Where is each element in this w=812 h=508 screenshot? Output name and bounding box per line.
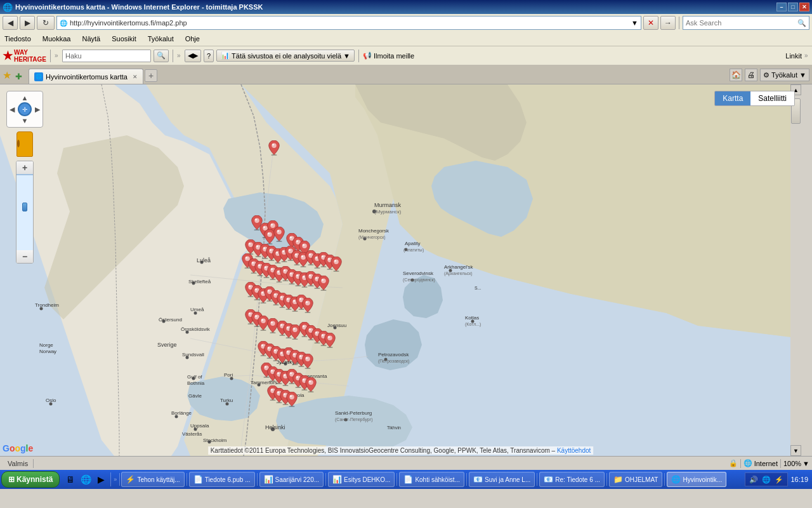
home-button[interactable]: 🏠 (730, 69, 742, 81)
site-analysis-icon: 📊 (221, 51, 230, 60)
zoom-in-button[interactable]: + (16, 161, 33, 174)
taskbar-item-6[interactable]: 📧Re: Tiedote 6 ... (539, 472, 605, 487)
address-dropdown-arrow[interactable]: ▼ (631, 19, 638, 27)
forward-button[interactable]: ▶ (20, 16, 35, 30)
search-input[interactable] (686, 19, 797, 27)
taskbar-item-3[interactable]: 📊Esitys DEHKO... (328, 472, 395, 487)
back-button[interactable]: ◀ (3, 16, 18, 30)
svg-text:Stockholm: Stockholm (203, 438, 227, 443)
toolbar-sep-3 (358, 50, 359, 62)
menu-nayta[interactable]: Näytä (80, 34, 102, 43)
site-analysis-dropdown[interactable]: ▼ (343, 52, 350, 60)
pan-control[interactable]: ▲ ▼ ◀ ▶ ✛ (6, 91, 43, 128)
terms-link[interactable]: Käyttöehdot (557, 447, 591, 454)
toolbar-expand-3[interactable]: » (804, 52, 809, 59)
haku-input[interactable] (62, 50, 151, 62)
pan-down[interactable]: ▼ (22, 117, 29, 124)
nav-arrows[interactable]: ◀▶ (185, 50, 201, 62)
taskbar-item-5[interactable]: 📧Suvi ja Anne L... (469, 472, 535, 487)
menu-tiedosto[interactable]: Tiedosto (3, 34, 33, 43)
menu-tyokalut[interactable]: Työkalut (146, 34, 176, 43)
taskbar-sep-3 (396, 473, 397, 486)
search-button[interactable]: 🔍 (797, 19, 806, 27)
help-button[interactable]: ? (204, 50, 214, 62)
refresh-button[interactable]: ↻ (37, 16, 55, 30)
separator (679, 17, 679, 29)
status-sep-1 (33, 459, 34, 468)
linkit-button[interactable]: Linkit (785, 52, 802, 60)
tab-row: ★ ✚ 🌐 Hyvinvointikertomus kartta ✕ + 🏠 🖨… (0, 65, 812, 84)
toolbar-sep-2 (173, 50, 173, 62)
taskbar-sep-1 (257, 473, 258, 486)
toolbar-expand-2[interactable]: » (177, 52, 182, 59)
zoom-control: + − (16, 161, 34, 264)
zone-icon: 🌐 (743, 459, 752, 467)
map-container[interactable]: Murmansk (Мурманск) Monchegorsk (Мончего… (0, 84, 801, 456)
taskbar: ⊞ Käynnistä 🖥 🌐 ▶ » ⚡Tehon käyttäj...📄Ti… (0, 470, 812, 489)
pegman-control[interactable] (16, 131, 33, 157)
svg-text:Monchegorsk: Monchegorsk (358, 228, 390, 234)
security-icon: 🔒 (729, 459, 738, 467)
taskbar-item-icon-1: 📄 (193, 475, 203, 484)
add-favorite-button[interactable]: ✚ (15, 72, 22, 84)
taskbar-item-icon-6: 📧 (544, 475, 553, 484)
map-type-kartta[interactable]: Kartta (715, 91, 750, 105)
notify-button[interactable]: 📢 Ilmoita meille (363, 51, 414, 60)
pan-center[interactable]: ✛ (18, 102, 32, 116)
zoom-dropdown[interactable]: ▼ (802, 460, 809, 467)
close-button[interactable]: ✕ (799, 3, 809, 11)
tab-favicon: 🌐 (34, 72, 43, 81)
clock: 16:19 (790, 476, 808, 483)
toolbar-expand-1[interactable]: » (55, 52, 60, 59)
page-tools-dropdown[interactable]: ⚙ Työkalut ▼ (760, 69, 809, 81)
minimize-button[interactable]: – (776, 3, 787, 11)
site-analysis-button[interactable]: 📊 Tätä sivustoa ei ole analysoitu vielä … (216, 50, 355, 62)
menu-ohje[interactable]: Ohje (183, 34, 202, 43)
taskbar-item-icon-2: 📊 (264, 475, 273, 484)
taskbar-item-2[interactable]: 📊Saarijärvi 220... (259, 472, 324, 487)
taskbar-item-0[interactable]: ⚡Tehon käyttäj... (121, 472, 184, 487)
pan-left[interactable]: ◀ (10, 105, 15, 114)
map-type-satelliitti[interactable]: Satelliitti (750, 91, 794, 105)
zoom-slider[interactable] (16, 174, 33, 250)
ie-quicklaunch[interactable]: 🌐 (79, 472, 93, 486)
zoom-out-button[interactable]: − (16, 250, 33, 263)
zoom-value: 100% (783, 460, 801, 467)
scroll-track[interactable] (790, 95, 801, 445)
start-button[interactable]: ⊞ Käynnistä (1, 471, 60, 488)
map-scrollbar[interactable]: ▲ ▼ (790, 84, 801, 456)
show-desktop-button[interactable]: 🖥 (63, 472, 77, 486)
svg-text:Sundsvall: Sundsvall (182, 352, 204, 358)
pan-up[interactable]: ▲ (22, 94, 29, 102)
taskbar-item-8[interactable]: 🌐Hyvinvointik... (667, 472, 726, 487)
systray-icon-3[interactable]: ⚡ (775, 476, 783, 484)
svg-text:Severodvinsk: Severodvinsk (403, 271, 434, 276)
notify-icon: 📢 (363, 51, 372, 60)
media-player-quicklaunch[interactable]: ▶ (94, 472, 108, 486)
taskbar-expand[interactable]: » (112, 476, 118, 483)
taskbar-item-4[interactable]: 📄Kohti sähköist... (399, 472, 464, 487)
nav-go-button[interactable]: → (660, 16, 676, 30)
new-tab-button[interactable]: + (145, 69, 157, 82)
active-tab[interactable]: 🌐 Hyvinvointikertomus kartta ✕ (29, 69, 143, 84)
menu-muokkaa[interactable]: Muokkaa (41, 34, 73, 43)
print-button[interactable]: 🖨 (745, 69, 757, 81)
systray-icon-1[interactable]: 🔊 (749, 476, 758, 484)
tab-close-button[interactable]: ✕ (133, 74, 138, 80)
svg-text:Uppsala: Uppsala (190, 423, 209, 429)
scroll-down-arrow[interactable]: ▼ (790, 445, 801, 456)
title-bar-controls: – □ ✕ (776, 3, 809, 11)
pan-right[interactable]: ▶ (35, 105, 40, 114)
systray-icon-2[interactable]: 🌐 (762, 476, 771, 484)
address-input[interactable] (70, 19, 629, 27)
zoom-thumb[interactable] (22, 203, 27, 211)
stop-button[interactable]: ✕ (643, 16, 658, 30)
taskbar-item-1[interactable]: 📄Tiedote 6.pub ... (189, 472, 255, 487)
taskbar-item-7[interactable]: 📁OHJELMAT (609, 472, 663, 487)
menu-suosikit[interactable]: Suosikit (110, 34, 138, 43)
heritage-logo: ★ WAYHERITAGE (3, 49, 46, 63)
favorites-star[interactable]: ★ (3, 69, 11, 84)
maximize-button[interactable]: □ (788, 3, 798, 11)
haku-search-button[interactable]: 🔍 (154, 50, 169, 62)
svg-text:Kotlas: Kotlas (465, 315, 479, 321)
